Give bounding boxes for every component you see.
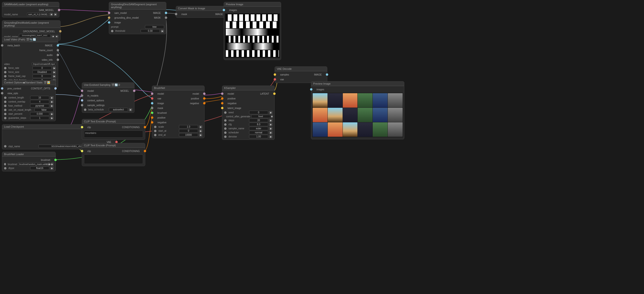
preview-mask-header: Preview Image [224,2,281,7]
ksampler-cfg-value[interactable]: 8.0 [249,123,268,126]
ksampler-cfg-arrow-right[interactable]: ▶ [269,123,272,126]
force-rate-row: force_rate 0 ▶ [2,66,58,70]
brushnet-scale-value[interactable]: 1.0 [179,125,198,129]
brushnet-name-arrow-left[interactable]: ◀ [48,163,50,166]
clip-negative-prompt[interactable] [84,154,143,164]
ksampler-scheduler-value[interactable]: normal [249,131,268,134]
context-overlap-row: context_overlap 4 ▶ [2,100,56,104]
ksampler-steps-arrow-right[interactable]: ▶ [269,119,272,122]
brushnet-name-arrow-right[interactable]: ▶ [51,163,54,166]
clip-negative-header: CLIP Text Encode (Prompt) [82,143,145,148]
sam-model-arrow-left[interactable]: ◀ [50,13,53,16]
ksampler-cfg-row: cfg 8.0 ▶ [222,122,274,126]
context-length-value[interactable]: 16 [30,96,49,99]
sam-model-name-value[interactable]: sam_vit_h (2.56GB) [27,13,48,16]
grounding-sam-segment-body: sam_model IMAGE grounding_dino_model MAS… [109,9,166,34]
ksampler-sampler-name-arrow-right[interactable]: ▶ [269,127,272,130]
preview-final-title: Preview Image [313,82,330,85]
context-length-row: context_length 16 ▶ [2,96,56,100]
brushnet-end-at-value[interactable]: 10000 [179,133,198,137]
use-evolved-sampling-body: model MODEL m_models context_options sam… [82,87,134,113]
ksampler-sampler-name-value[interactable]: euler [249,127,268,130]
frame-load-cap-value[interactable]: 0 [32,74,52,78]
ksampler-scheduler-port [224,131,226,134]
evolved-beta-schedule-value[interactable]: autoselect [109,108,128,111]
sam-model-arrow-right[interactable]: ▶ [54,13,57,16]
brushnet-loader-node: BrushNet Loader brushnet brushnet brushn… [2,152,56,171]
ksampler-seed-port [224,111,226,114]
ksampler-seed-value[interactable]: 0 [249,111,268,114]
preview-mask-title: Preview Image [226,3,243,6]
context-length-arrow-right[interactable]: ▶ [50,96,54,99]
context-overlap-port [4,101,6,103]
context-view-opts-port [1,92,3,94]
ksampler-negative-input-port [221,102,224,104]
force-rate-arrow-right[interactable]: ▶ [53,66,56,70]
guarantee-steps-arrow-right[interactable]: ▶ [50,116,54,120]
context-overlap-arrow-right[interactable]: ▶ [50,100,54,103]
brushnet-dtype-arrow-right[interactable]: ▶ [50,167,54,170]
video-info-port [57,58,59,61]
clip-positive-prompt[interactable]: mountains [84,130,143,138]
video-path-value[interactable]: /Input/AnimateDiff.mp4 [32,62,56,66]
ksampler-latent-output-port [273,92,276,95]
convert-mask-body: mask IMAGE [176,11,228,17]
grounding-sam-segment-title: GroundingDinoSAMSegment (segment anythin… [111,3,157,8]
brushnet-positive-input-port [151,116,153,119]
brushnet-image-row: image negative [152,101,204,106]
preview-mask-body: images [224,7,281,60]
gss-grounding-input-port [108,16,110,19]
grounding-output-row: GROUNDING_DINO_MODEL [2,29,60,34]
use-on-equal-length-value[interactable]: false [34,108,54,112]
brushnet-name-value[interactable]: brushnet/random_mask.safetensors [18,163,47,166]
start-percent-value[interactable]: 0.000 [30,112,49,116]
ksampler-denoise-arrow-right[interactable]: ▶ [269,135,272,138]
force-rate-value[interactable]: 0 [32,66,52,70]
evolved-beta-schedule-arrow-right[interactable]: ▶ [129,108,132,111]
ksampler-seed-arrow-right[interactable]: ▶ [269,111,272,114]
ksampler-control-after-row: control_after_generate fixed ▶ [222,114,274,118]
guarantee-steps-value[interactable]: 1 [30,116,49,120]
brushnet-scale-arrow-right[interactable]: ▶ [199,125,202,129]
clip-positive-title: CLIP Text Encode (Prompt) [84,120,116,123]
gss-prompt-value[interactable]: tree [145,25,164,29]
video-audio-port [57,54,59,56]
gss-sam-model-input-port [108,12,110,14]
load-video-header: Load Video (Path) 🎬📷🔄 [2,37,58,42]
grounding-sam-segment-header: GroundingDinoSAMSegment (segment anythin… [109,2,166,9]
clip-positive-header: CLIP Text Encode (Prompt) [82,119,145,124]
grounding-dino-loader-title: GroundingDinoModelLoader (segment anythi… [4,21,49,27]
brushnet-start-at-value[interactable]: 0 [179,129,198,133]
gss-grounding-row: grounding_dino_model MASK [109,15,166,20]
ksampler-sampler-name-row: sampler_name euler ▶ [222,126,274,130]
ksampler-control-after-arrow-right[interactable]: ▶ [271,115,273,118]
frame-load-cap-row: frame_load_cap 0 ▶ [2,74,58,78]
evolved-beta-schedule-port [84,108,86,111]
ksampler-steps-value[interactable]: 20 [249,119,268,122]
frame-load-cap-arrow-right[interactable]: ▶ [53,75,56,78]
fuse-method-value[interactable]: pyramid [30,104,49,108]
fuse-method-row: fuse_method pyramid ▶ [2,104,56,108]
ksampler-denoise-port [224,136,226,138]
gss-threshold-value[interactable]: 0.30 [141,29,160,33]
vae-decode-header: VAE Decode [275,67,327,71]
ksampler-title: KSampler [224,86,236,89]
start-percent-arrow-right[interactable]: ▶ [50,112,54,116]
fuse-method-arrow-right[interactable]: ▶ [50,104,54,108]
gss-threshold-arrow-right[interactable]: ▶ [161,29,164,33]
ksampler-scheduler-arrow-right[interactable]: ▶ [269,131,272,134]
ksampler-control-after-value[interactable]: fixed [251,115,270,118]
force-size-arrow-right[interactable]: ▶ [53,70,56,74]
ksampler-positive-input-port [221,97,224,100]
context-overlap-value[interactable]: 4 [30,100,49,103]
brushnet-dtype-value[interactable]: float16 [30,166,49,170]
start-percent-port [4,113,6,115]
ksampler-denoise-value[interactable]: 1.00 [249,135,268,138]
brushnet-scale-port [154,126,156,128]
brushnet-start-at-arrow-right[interactable]: ▶ [199,129,202,133]
guarantee-steps-port [4,117,6,119]
brushnet-end-at-arrow-right[interactable]: ▶ [199,133,202,137]
use-on-equal-length-port [4,109,6,111]
context-prev-context-port [1,87,3,90]
force-size-value[interactable]: Disabled [32,70,52,74]
